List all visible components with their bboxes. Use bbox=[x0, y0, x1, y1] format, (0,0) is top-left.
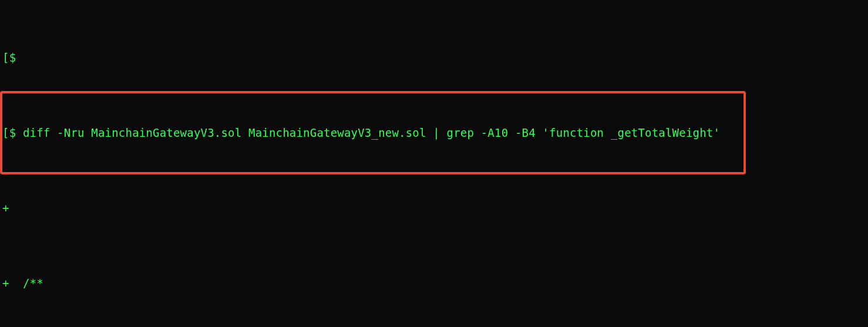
diff-line-add: + /** bbox=[0, 274, 868, 292]
diff-line-add: + bbox=[0, 199, 868, 217]
terminal-line: [$ bbox=[0, 49, 868, 66]
terminal-window[interactable]: [$ [$ diff -Nru MainchainGatewayV3.sol M… bbox=[0, 0, 868, 327]
terminal-command: [$ diff -Nru MainchainGatewayV3.sol Main… bbox=[0, 124, 868, 141]
